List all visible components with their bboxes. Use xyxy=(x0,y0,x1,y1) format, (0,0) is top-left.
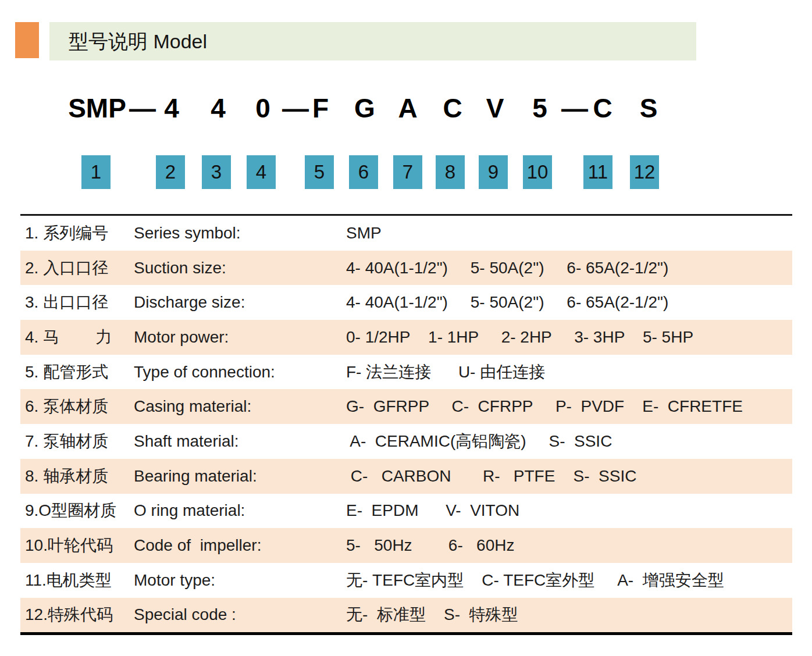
table-row-impeller-code: 10.叶轮代码 Code of impeller: 5- 50Hz 6- 60H… xyxy=(20,528,792,563)
position-boxes: 1 2 3 4 5 6 7 8 9 10 11 12 xyxy=(0,155,812,189)
table-row-oring-material: 9.O型圈材质 O ring material: E- EPDM V- VITO… xyxy=(20,494,792,529)
model-code-segment: 4 xyxy=(164,92,179,124)
section-marker xyxy=(15,22,39,58)
row-label-en: Discharge size: xyxy=(134,293,346,312)
model-code-segment: G xyxy=(354,92,375,124)
model-spec-page: 型号说明 Model SMP — 4 4 0 — F G A C V 5 — C… xyxy=(0,0,812,656)
row-label-cn: 10.叶轮代码 xyxy=(20,534,134,557)
row-value: 5- 50Hz 6- 60Hz xyxy=(346,536,792,555)
row-value: C- CARBON R- PTFE S- SSIC xyxy=(346,467,792,486)
table-row-motor-power: 4. 马 力 Motor power: 0- 1/2HP 1- 1HP 2- 2… xyxy=(20,320,792,355)
model-code-dash: — xyxy=(561,92,588,124)
row-value: A- CERAMIC(高铝陶瓷) S- SSIC xyxy=(346,430,792,452)
position-number-box: 7 xyxy=(393,155,422,189)
row-value: 无- 标准型 S- 特殊型 xyxy=(346,604,792,626)
position-number-box: 6 xyxy=(349,155,378,189)
model-code-dash: — xyxy=(282,92,309,124)
model-code-dash: — xyxy=(129,92,156,124)
row-value: SMP xyxy=(346,224,792,243)
row-label-cn: 1. 系列编号 xyxy=(20,222,134,244)
row-label-en: Shaft material: xyxy=(134,432,346,451)
table-row-suction-size: 2. 入口口径 Suction size: 4- 40A(1-1/2") 5- … xyxy=(20,251,792,286)
model-code-segment: C xyxy=(593,92,612,124)
row-label-en: Motor type: xyxy=(134,571,346,590)
row-value: G- GFRPP C- CFRPP P- PVDF E- CFRETFE xyxy=(346,397,792,416)
position-number-box: 2 xyxy=(156,155,185,189)
page-title: 型号说明 Model xyxy=(49,22,696,60)
table-row-motor-type: 11.电机类型 Motor type: 无- TEFC室内型 C- TEFC室外… xyxy=(20,563,792,598)
row-value: E- EPDM V- VITON xyxy=(346,501,792,520)
spec-table: 1. 系列编号 Series symbol: SMP 2. 入口口径 Sucti… xyxy=(20,214,792,635)
position-number-box: 4 xyxy=(247,155,276,189)
table-row-casing-material: 6. 泵体材质 Casing material: G- GFRPP C- CFR… xyxy=(20,389,792,424)
model-code-segment: C xyxy=(443,92,462,124)
row-label-cn: 12.特殊代码 xyxy=(20,604,134,626)
row-value: 无- TEFC室内型 C- TEFC室外型 A- 增强安全型 xyxy=(346,569,792,591)
row-label-cn: 4. 马 力 xyxy=(20,326,134,348)
row-label-cn: 11.电机类型 xyxy=(20,569,134,591)
model-code-segment: S xyxy=(640,92,658,124)
row-label-cn: 2. 入口口径 xyxy=(20,257,134,279)
row-label-en: Motor power: xyxy=(134,328,346,347)
table-row-bearing-material: 8. 轴承材质 Bearing material: C- CARBON R- P… xyxy=(20,459,792,494)
title-band: 型号说明 Model xyxy=(49,22,696,60)
row-label-en: O ring material: xyxy=(134,501,346,520)
model-code-segment: F xyxy=(312,92,329,124)
position-number-box: 1 xyxy=(81,155,111,189)
row-value: 4- 40A(1-1/2") 5- 50A(2") 6- 65A(2-1/2") xyxy=(346,293,792,312)
row-label-cn: 3. 出口口径 xyxy=(20,291,134,313)
model-code: SMP — 4 4 0 — F G A C V 5 — C S xyxy=(0,92,812,124)
row-label-cn: 5. 配管形式 xyxy=(20,361,134,383)
position-number-box: 8 xyxy=(436,155,465,189)
model-code-segment: V xyxy=(486,92,504,124)
row-label-en: Casing material: xyxy=(134,397,346,416)
row-label-cn: 9.O型圈材质 xyxy=(20,500,134,522)
position-number-box: 9 xyxy=(479,155,508,189)
position-number-box: 10 xyxy=(523,155,552,189)
position-number-box: 5 xyxy=(305,155,334,189)
row-label-en: Bearing material: xyxy=(134,467,346,486)
model-code-segment: SMP xyxy=(68,92,126,124)
position-number-box: 11 xyxy=(583,155,612,189)
table-row-discharge-size: 3. 出口口径 Discharge size: 4- 40A(1-1/2") 5… xyxy=(20,285,792,320)
table-row-series-symbol: 1. 系列编号 Series symbol: SMP xyxy=(20,216,792,251)
model-code-segment: 5 xyxy=(532,92,547,124)
position-number-box: 12 xyxy=(630,155,659,189)
table-row-shaft-material: 7. 泵轴材质 Shaft material: A- CERAMIC(高铝陶瓷)… xyxy=(20,424,792,459)
row-value: 0- 1/2HP 1- 1HP 2- 2HP 3- 3HP 5- 5HP xyxy=(346,328,792,347)
row-value: 4- 40A(1-1/2") 5- 50A(2") 6- 65A(2-1/2") xyxy=(346,259,792,277)
position-number-box: 3 xyxy=(202,155,231,189)
model-code-segment: 4 xyxy=(211,92,226,124)
row-label-en: Type of connection: xyxy=(134,363,346,382)
row-value: F- 法兰连接 U- 由任连接 xyxy=(346,361,792,383)
row-label-en: Series symbol: xyxy=(134,224,346,243)
row-label-en: Special code : xyxy=(134,605,346,624)
table-row-special-code: 12.特殊代码 Special code : 无- 标准型 S- 特殊型 xyxy=(20,598,792,633)
row-label-cn: 6. 泵体材质 xyxy=(20,395,134,418)
table-row-connection-type: 5. 配管形式 Type of connection: F- 法兰连接 U- 由… xyxy=(20,355,792,390)
row-label-en: Suction size: xyxy=(134,259,346,277)
row-label-cn: 8. 轴承材质 xyxy=(20,465,134,487)
row-label-cn: 7. 泵轴材质 xyxy=(20,430,134,452)
row-label-en: Code of impeller: xyxy=(134,536,346,555)
model-code-segment: 0 xyxy=(255,92,270,124)
model-code-segment: A xyxy=(398,92,417,124)
